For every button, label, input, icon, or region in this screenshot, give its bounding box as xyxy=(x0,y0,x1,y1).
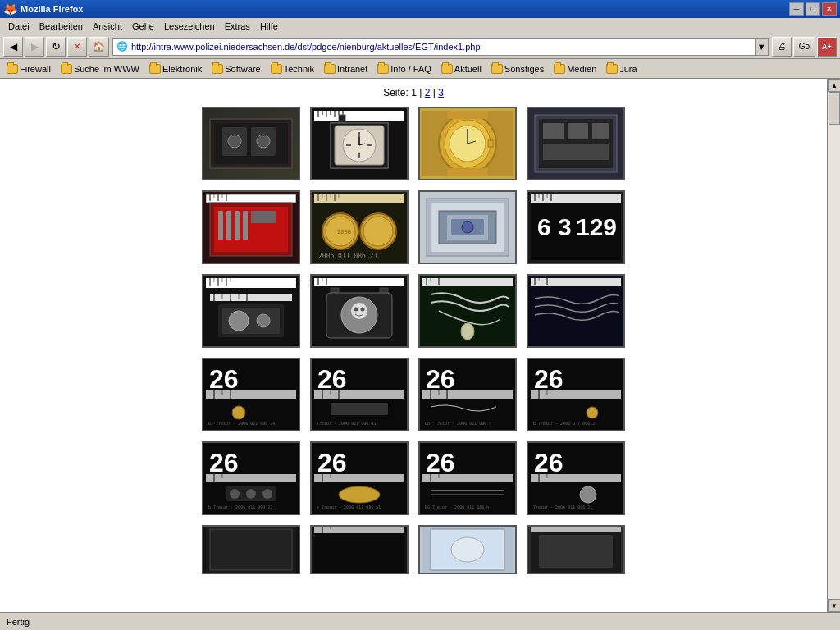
bookmark-jura[interactable]: Jura xyxy=(603,62,640,75)
thumbnail-15[interactable]: 26 Gb- Tresor - 2006 011 086 h xyxy=(418,358,517,431)
svg-rect-135 xyxy=(314,390,404,399)
thumbnail-1[interactable] xyxy=(202,107,300,180)
thumbnail-4[interactable] xyxy=(527,107,625,180)
back-button[interactable]: ◀ xyxy=(3,37,23,57)
menu-gehe[interactable]: Gehe xyxy=(127,20,159,33)
svg-point-112 xyxy=(354,308,358,312)
bookmark-elektronik[interactable]: Elektronik xyxy=(146,62,205,75)
refresh-button[interactable]: ↻ xyxy=(46,37,66,57)
address-bar: 🌐 ▼ xyxy=(112,38,769,56)
thumbnail-9[interactable] xyxy=(202,274,300,348)
svg-rect-143 xyxy=(422,390,513,399)
bookmark-label: Software xyxy=(225,64,260,74)
stop-button[interactable]: ✕ xyxy=(67,37,87,57)
svg-text:2006 011 086 21: 2006 011 086 21 xyxy=(318,253,377,260)
scroll-thumb[interactable] xyxy=(829,92,840,125)
thumbnail-19[interactable]: 26 EG Tresor - 2006 011 086 h xyxy=(418,441,517,515)
addon-button[interactable]: A+ xyxy=(817,37,837,57)
thumbnail-17[interactable]: 26 b Tresor - 2006 011 999 23 xyxy=(202,441,300,515)
svg-rect-124 xyxy=(531,286,621,344)
svg-text:26: 26 xyxy=(534,448,564,477)
scroll-down-button[interactable]: ▼ xyxy=(828,599,840,612)
svg-rect-49 xyxy=(218,211,223,240)
bookmark-sonstiges[interactable]: Sonstiges xyxy=(488,62,547,75)
thumbnail-23[interactable] xyxy=(418,525,517,574)
menu-bearbeiten[interactable]: Bearbeiten xyxy=(34,20,88,33)
bookmark-infofaq[interactable]: Info / FAQ xyxy=(374,62,435,75)
svg-point-101 xyxy=(257,314,270,327)
scroll-up-button[interactable]: ▲ xyxy=(828,79,840,92)
menu-datei[interactable]: Datei xyxy=(3,20,34,33)
thumbnail-11[interactable] xyxy=(418,274,517,348)
svg-text:s Tresor - 2006 011 086 51: s Tresor - 2006 011 086 51 xyxy=(317,504,381,509)
bookmark-intranet[interactable]: Intranet xyxy=(321,62,371,75)
thumbnail-16[interactable]: 26 b Tresor - 2006 3 / 006 2 xyxy=(527,358,625,431)
svg-text:b Tresor - 2006 011 999 23: b Tresor - 2006 011 999 23 xyxy=(208,504,272,509)
thumbnail-20[interactable]: 26 Tresor - 2006 011 086 21 xyxy=(527,441,625,515)
svg-text:26: 26 xyxy=(426,364,455,394)
menu-hilfe[interactable]: Hilfe xyxy=(255,20,283,33)
vertical-scrollbar: ▲ ▼ xyxy=(827,79,840,612)
thumbnail-18[interactable]: 26 s Tresor - 2006 011 086 51 xyxy=(310,441,409,515)
svg-rect-150 xyxy=(531,390,621,399)
svg-rect-50 xyxy=(226,211,231,240)
thumbnail-8[interactable]: 6 3 129 xyxy=(527,190,625,264)
svg-rect-33 xyxy=(447,168,488,176)
bookmark-firewall[interactable]: Firewall xyxy=(3,62,54,75)
thumbnail-13[interactable]: 26 63 Tresor - 2006 011 086 74 xyxy=(202,358,300,431)
pagination: Seite: 1 | 2 | 3 xyxy=(8,87,819,98)
menu-lesezeichen[interactable]: Lesezeichen xyxy=(159,20,220,33)
svg-text:6  3: 6 3 xyxy=(537,213,572,240)
address-dropdown[interactable]: ▼ xyxy=(755,39,768,55)
forward-button[interactable]: ▶ xyxy=(25,37,44,57)
svg-point-5 xyxy=(257,135,270,148)
firefox-icon: 🦊 xyxy=(3,2,17,16)
bookmark-software[interactable]: Software xyxy=(208,62,263,75)
svg-rect-188 xyxy=(314,525,404,533)
address-icon: 🌐 xyxy=(113,41,131,52)
svg-point-183 xyxy=(580,486,596,503)
svg-rect-195 xyxy=(531,525,621,532)
svg-point-4 xyxy=(228,135,241,148)
bookmark-suche[interactable]: Suche im WWW xyxy=(57,62,143,75)
svg-rect-36 xyxy=(543,123,564,139)
maximize-button[interactable]: □ xyxy=(806,2,820,16)
svg-rect-32 xyxy=(447,111,488,119)
thumbnail-7[interactable] xyxy=(418,190,517,264)
thumbnail-12[interactable] xyxy=(527,274,625,348)
svg-point-100 xyxy=(229,311,249,331)
thumbnail-5[interactable] xyxy=(202,190,300,264)
menu-extras[interactable]: Extras xyxy=(220,20,255,33)
thumbnail-21[interactable] xyxy=(202,525,300,574)
status-text: Fertig xyxy=(7,617,30,627)
thumbnail-14[interactable]: 26 Tresor - 2006 011 086 45 xyxy=(310,358,409,431)
close-button[interactable]: ✕ xyxy=(822,2,837,16)
scroll-track[interactable] xyxy=(828,92,840,599)
bookmark-label: Elektronik xyxy=(162,64,202,74)
svg-rect-196 xyxy=(539,535,613,568)
minimize-button[interactable]: ─ xyxy=(789,2,804,16)
home-button[interactable]: 🏠 xyxy=(89,37,109,57)
thumbnail-24[interactable] xyxy=(527,525,625,574)
thumbnail-10[interactable] xyxy=(310,274,409,348)
go-button[interactable]: Go xyxy=(793,37,815,57)
svg-point-161 xyxy=(230,489,240,499)
svg-point-119 xyxy=(461,323,474,340)
bookmark-label: Aktuell xyxy=(454,64,482,74)
svg-point-65 xyxy=(363,217,393,246)
bookmark-aktuell[interactable]: Aktuell xyxy=(438,62,485,75)
bookmark-technik[interactable]: Technik xyxy=(267,62,317,75)
thumbnail-3[interactable] xyxy=(418,107,517,180)
svg-rect-127 xyxy=(206,390,296,399)
thumbnail-6[interactable]: 2006 2006 011 086 21 xyxy=(310,190,409,264)
address-input[interactable] xyxy=(131,42,755,52)
page-2-link[interactable]: 2 xyxy=(425,87,431,98)
thumbnail-22[interactable] xyxy=(310,525,409,574)
thumbnail-2[interactable] xyxy=(310,107,409,180)
print-button[interactable]: 🖨 xyxy=(772,37,792,57)
menu-ansicht[interactable]: Ansicht xyxy=(88,20,127,33)
svg-text:63 Tresor - 2006 011 086 74: 63 Tresor - 2006 011 086 74 xyxy=(208,421,275,426)
main-content[interactable]: Seite: 1 | 2 | 3 xyxy=(0,79,827,612)
bookmark-medien[interactable]: Medien xyxy=(550,62,600,75)
page-3-link[interactable]: 3 xyxy=(438,87,444,98)
